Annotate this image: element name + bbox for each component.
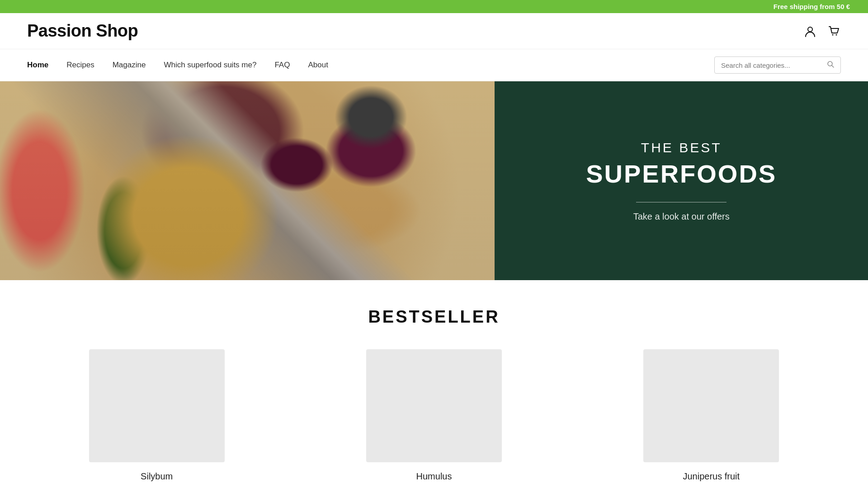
svg-point-2 [836,34,837,35]
product-grid: Silybum Humulus Juniperus fruit [27,349,841,482]
nav-home[interactable]: Home [27,61,48,70]
svg-line-4 [832,66,834,67]
hero-tagline: Take a look at our offers [633,211,730,222]
product-image-humulus [366,349,502,462]
main-nav: Home Recipes Magazine Which superfood su… [0,49,868,81]
nav-links: Home Recipes Magazine Which superfood su… [27,61,328,70]
search-input[interactable] [721,61,827,69]
nav-magazine[interactable]: Magazine [113,61,146,70]
header-actions [803,24,841,38]
svg-point-0 [808,27,812,32]
search-icon[interactable] [827,61,834,70]
product-name-silybum: Silybum [141,471,173,482]
top-banner: Free shipping from 50 € [0,0,868,13]
product-card-juniperus[interactable]: Juniperus fruit [582,349,841,482]
nav-about[interactable]: About [308,61,328,70]
product-image-silybum [89,349,225,462]
hero-text-panel: THE BEST SUPERFOODS Take a look at our o… [495,81,868,280]
bestseller-section: BESTSELLER Silybum Humulus Juniperus fru… [0,280,868,488]
header: Passion Shop [0,13,868,49]
hero-subtitle: THE BEST [641,140,722,155]
product-card-silybum[interactable]: Silybum [27,349,286,482]
hero-section: THE BEST SUPERFOODS Take a look at our o… [0,81,868,280]
site-logo[interactable]: Passion Shop [27,21,138,41]
product-card-humulus[interactable]: Humulus [304,349,563,482]
hero-image [0,81,495,280]
product-image-juniperus [643,349,779,462]
bestseller-title: BESTSELLER [27,307,841,327]
svg-point-1 [832,34,834,35]
banner-text: Free shipping from 50 € [774,3,850,10]
nav-faq[interactable]: FAQ [274,61,290,70]
cart-icon[interactable] [826,24,841,38]
account-icon[interactable] [803,24,817,38]
hero-title: SUPERFOODS [586,159,777,188]
hero-divider [636,202,726,202]
search-box[interactable] [714,56,841,74]
product-name-humulus: Humulus [416,471,452,482]
product-name-juniperus: Juniperus fruit [683,471,740,482]
nav-recipes[interactable]: Recipes [66,61,94,70]
nav-superfood-quiz[interactable]: Which superfood suits me? [164,61,256,70]
